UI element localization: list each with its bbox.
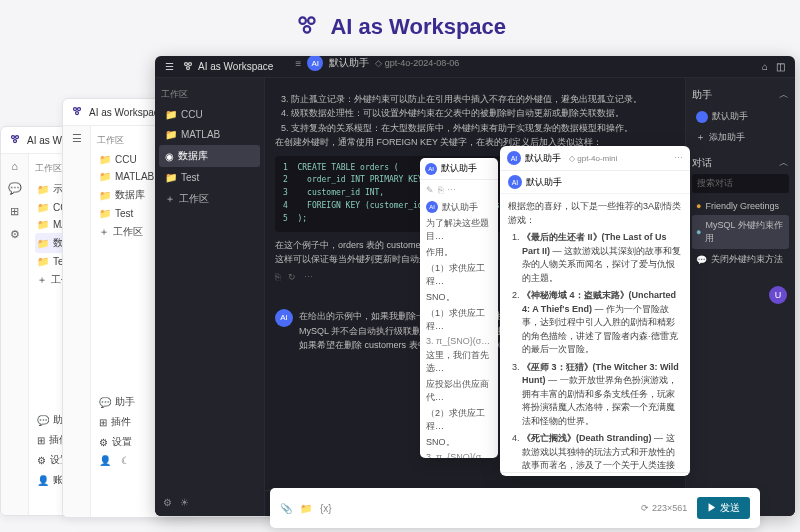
svg-point-8 [76, 112, 79, 115]
app-logo-icon [294, 12, 320, 42]
svg-point-10 [189, 62, 192, 65]
window-title: AI as Workspace [89, 107, 164, 118]
assistant-avatar: AI [425, 163, 437, 175]
svg-point-9 [185, 62, 188, 65]
assistant-avatar: AI [307, 56, 323, 71]
send-button[interactable]: ▶ 发送 [697, 497, 750, 519]
svg-point-7 [78, 108, 81, 111]
menu-icon[interactable]: ☰ [72, 132, 82, 145]
sidebar-item[interactable]: 📁 MATLAB [159, 125, 260, 144]
chat-text: 这里，我们首先选… [426, 349, 492, 375]
chat-text: （2）求供应工程… [426, 407, 492, 433]
assistant-avatar: AI [275, 309, 293, 327]
more-icon[interactable]: ⋯ [304, 270, 313, 284]
app-logo-text: AI as Workspace [330, 14, 506, 39]
model-badge[interactable]: ◇ gpt-4o-mini [569, 154, 617, 163]
theme-icon[interactable]: ☀ [180, 497, 189, 508]
assistant-avatar: AI [426, 201, 438, 213]
chat-text: SNO。 [426, 436, 492, 449]
dialog-item[interactable]: ● Friendly Greetings [692, 197, 789, 215]
chevron-up-icon[interactable]: ︿ [779, 88, 789, 102]
chat-text: 支持复杂的关系模型：在大型数据库中，外键约束有助于实现复杂的数据模型和操作。 [291, 121, 675, 135]
more-icon[interactable]: ⋯ [674, 153, 683, 163]
dialog-item[interactable]: ● MySQL 外键约束作用 [692, 215, 789, 249]
chat-text: SNO。 [426, 291, 492, 304]
chat-text: 根据您的喜好，以下是一些推荐的3A剧情类游戏： [508, 200, 682, 227]
sidebar: 工作区 📁 CCU 📁 MATLAB ◉ 数据库 📁 Test ＋ 工作区 ⚙ … [155, 78, 265, 516]
svg-point-4 [16, 136, 19, 139]
svg-point-5 [14, 140, 17, 143]
sidebar-item[interactable]: 📁 Test [159, 168, 260, 187]
sidebar-item[interactable]: ◉ 数据库 [159, 145, 260, 167]
app-logo-icon [9, 133, 21, 147]
user-avatar[interactable]: U [769, 286, 787, 304]
edit-icon[interactable]: ✎ [426, 185, 434, 195]
chat-text: 防止孤立记录：外键约束可以防止在引用表中插入不存在的外键值，避免出现孤立记录。 [291, 92, 675, 106]
chat-text: 3. π_{SNO}(σ… [426, 336, 492, 346]
model-badge[interactable]: ◇ gpt-4o-2024-08-06 [375, 58, 459, 68]
copy-icon[interactable]: ⎘ [275, 270, 280, 284]
copy-icon[interactable]: ⎘ [438, 185, 443, 195]
chat-text: 级联数据处理性：可以设置外键约束在父表中的被删除时自动更新或删除关联数据。 [291, 106, 675, 120]
game-item: 《神秘海域 4：盗贼末路》(Uncharted 4: A Thief's End… [522, 289, 682, 357]
more-icon[interactable]: ⋯ [447, 185, 456, 195]
game-item: 《死亡搁浅》(Death Stranding) — 这款游戏以其独特的玩法方式和… [522, 432, 682, 472]
vars-icon[interactable]: {x} [320, 503, 332, 514]
add-assistant[interactable]: ＋ 添加助手 [692, 127, 789, 148]
theme-icon[interactable]: ☾ [121, 455, 130, 466]
settings-icon[interactable]: ⚙ [10, 228, 20, 241]
popup-chat: AI 默认助手 ◇ gpt-4o-mini ⋯ AI 默认助手 根据您的喜好，以… [500, 146, 690, 476]
svg-point-2 [304, 26, 311, 33]
game-item: 《巫师 3：狂猎》(The Witcher 3: Wild Hunt) — 一款… [522, 361, 682, 429]
svg-point-11 [187, 66, 190, 69]
svg-point-6 [74, 108, 77, 111]
attach-icon[interactable]: 📎 [280, 503, 292, 514]
plugin-icon[interactable]: ⊞ [10, 205, 19, 218]
assistant-item[interactable]: 默认助手 [692, 106, 789, 127]
section-hdr: 工作区 [161, 88, 258, 101]
svg-point-0 [299, 17, 306, 24]
add-workspace[interactable]: ＋ 工作区 [159, 188, 260, 210]
window-title: AI as Workspace [198, 61, 273, 72]
chevron-up-icon[interactable]: ︿ [779, 156, 789, 170]
svg-point-3 [12, 136, 15, 139]
popup-side-chat: AI默认助手 ✎⎘⋯ AI默认助手 为了解决这些题目… 作用。 （1）求供应工程… [420, 158, 498, 458]
assistant-avatar: AI [508, 175, 522, 189]
settings-icon[interactable]: ⚙ [163, 497, 172, 508]
dialog-item[interactable]: 💬 关闭外键约束方法 [692, 249, 789, 270]
app-logo-icon [71, 105, 83, 119]
sidebar-toggle-icon[interactable]: ◫ [776, 61, 785, 72]
chat-text: 应投影出供应商代… [426, 378, 492, 404]
home-icon[interactable]: ⌂ [762, 61, 768, 72]
menu-icon[interactable]: ≡ [295, 58, 301, 69]
icon-rail: ☰ [63, 126, 91, 518]
chat-text: 3. π_{SNO}(σ… [426, 452, 492, 458]
popup-title: 默认助手 [441, 162, 477, 175]
assistant-avatar: AI [507, 151, 521, 165]
section-hdr: 助手 [692, 88, 712, 102]
right-panel: 助手︿ 默认助手 ＋ 添加助手 对话︿ 搜索对话 ● Friendly Gree… [685, 78, 795, 516]
app-logo-icon [182, 60, 194, 74]
chat-text: （1）求供应工程… [426, 307, 492, 333]
chat-text: 为了解决这些题目… [426, 217, 492, 243]
bottom-chat-bar: 📎 📁 {x} ⟳ 223×561 ▶ 发送 [270, 488, 760, 528]
search-input[interactable]: 搜索对话 [692, 174, 789, 193]
folder-icon[interactable]: 📁 [300, 503, 312, 514]
popup-title: 默认助手 [525, 152, 561, 165]
home-icon[interactable]: ⌂ [11, 160, 18, 172]
game-item: 《最后的生还者 II》(The Last of Us Part II) — 这款… [522, 231, 682, 285]
chat-icon[interactable]: 💬 [8, 182, 22, 195]
size-badge: ⟳ 223×561 [641, 503, 687, 513]
refresh-icon[interactable]: ↻ [288, 270, 296, 284]
sidebar-item[interactable]: 📁 CCU [159, 105, 260, 124]
section-hdr: 对话 [692, 156, 712, 170]
assistant-name: 默认助手 [526, 176, 562, 189]
chat-text: （1）求供应工程… [426, 262, 492, 288]
svg-point-1 [308, 17, 315, 24]
tab-title[interactable]: 默认助手 [329, 56, 369, 70]
chat-text: 作用。 [426, 246, 492, 259]
menu-icon[interactable]: ☰ [165, 61, 174, 72]
icon-rail: ⌂ 💬 ⊞ ⚙ [1, 154, 29, 516]
